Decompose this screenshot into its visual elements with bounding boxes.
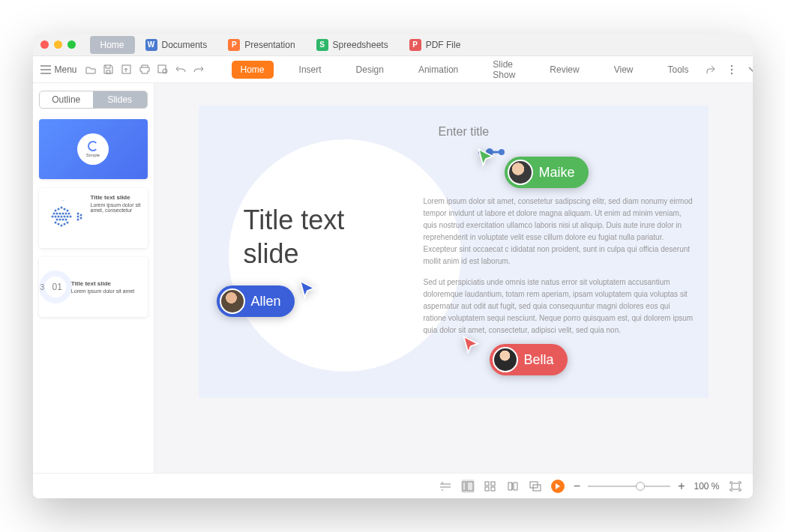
open-icon[interactable] — [85, 64, 97, 75]
more-icon[interactable] — [726, 64, 738, 75]
save-icon[interactable] — [103, 64, 115, 75]
canvas-area[interactable]: Title text slide Enter title Lorem ipsum… — [154, 83, 753, 473]
slide-number: 3 — [40, 283, 45, 291]
preview-icon[interactable] — [157, 64, 169, 75]
zoom-value[interactable]: 100 % — [694, 481, 719, 492]
presenter-view-icon[interactable] — [529, 480, 542, 493]
collab-name: Maike — [539, 165, 575, 181]
svg-point-32 — [64, 219, 67, 221]
tab-home[interactable]: Home — [90, 36, 135, 54]
slide-thumbnail-1[interactable]: Simple — [39, 119, 148, 179]
avatar — [220, 288, 245, 314]
thumb-label: Simple — [86, 153, 100, 157]
ribbon-tools[interactable]: Tools — [658, 61, 697, 79]
zoom-out-button[interactable]: − — [574, 480, 580, 493]
tab-label: Home — [100, 40, 124, 50]
svg-point-17 — [51, 216, 53, 218]
svg-point-16 — [67, 213, 70, 215]
window-maximize-icon[interactable] — [67, 40, 76, 49]
svg-point-30 — [58, 219, 61, 221]
svg-rect-45 — [491, 482, 495, 486]
svg-point-8 — [60, 207, 62, 209]
svg-point-23 — [69, 216, 71, 218]
slide-title-text[interactable]: Title text slide — [244, 203, 345, 270]
avatar — [493, 347, 518, 372]
content-area: Outline Slides Simple — [33, 83, 753, 473]
zoom-slider[interactable] — [588, 486, 670, 487]
titlebar: Home WDocuments PPresentation SSpreedshe… — [33, 34, 753, 56]
thumb-para: Lorem ipsum dolor sit amet — [71, 288, 134, 294]
share-icon[interactable] — [705, 64, 717, 75]
zoom-handle[interactable] — [636, 482, 645, 491]
svg-point-20 — [60, 216, 62, 218]
logo-circle: Simple — [77, 133, 109, 165]
ribbon-design[interactable]: Design — [347, 61, 393, 79]
svg-point-7 — [57, 208, 59, 211]
ribbon-insert[interactable]: Insert — [290, 61, 331, 79]
hamburger-icon — [40, 65, 51, 74]
zoom-in-button[interactable]: + — [678, 480, 685, 493]
zoom-control: − + — [574, 480, 685, 493]
slides-view-button[interactable]: Slides — [93, 91, 147, 108]
collab-cursor-bella: Bella — [461, 315, 568, 375]
svg-point-12 — [55, 213, 58, 215]
thumb-number: 01 — [52, 282, 62, 292]
ribbon-view[interactable]: View — [605, 61, 643, 79]
collab-label: Allen — [217, 285, 295, 317]
fit-view-icon[interactable] — [729, 480, 742, 493]
pdf-icon: P — [409, 39, 421, 51]
collapse-icon[interactable] — [747, 64, 752, 75]
reading-view-icon[interactable] — [506, 480, 520, 493]
statusbar: − + 100 % — [33, 473, 753, 498]
window-minimize-icon[interactable] — [54, 40, 62, 49]
svg-point-14 — [61, 213, 64, 215]
svg-point-26 — [60, 225, 62, 227]
tab-label: Documents — [162, 40, 208, 50]
print-icon[interactable] — [139, 64, 151, 75]
paragraph-1: Lorem ipsum dolor sit amet, consetetur s… — [424, 196, 694, 267]
svg-point-13 — [58, 213, 61, 215]
tab-presentation[interactable]: PPresentation — [217, 36, 305, 54]
ribbon-slideshow[interactable]: Slide Show — [484, 55, 524, 84]
tab-spreadsheets[interactable]: SSpreedsheets — [306, 36, 399, 54]
tab-documents[interactable]: WDocuments — [135, 36, 218, 54]
svg-point-24 — [54, 222, 56, 224]
outline-view-button[interactable]: Outline — [40, 91, 94, 108]
svg-point-34 — [79, 214, 82, 217]
svg-rect-46 — [485, 487, 489, 491]
thumb-text: Title text slide Lorem ipsum dolor sit a… — [71, 280, 134, 294]
collab-name: Allen — [251, 294, 281, 309]
undo-icon[interactable] — [175, 64, 187, 75]
svg-rect-47 — [491, 487, 495, 491]
svg-point-11 — [52, 213, 55, 215]
svg-point-35 — [76, 216, 79, 218]
ribbon-animation[interactable]: Animation — [409, 61, 467, 79]
slide-thumbnail-3[interactable]: 3 01 Title text slide Lorem ipsum dolor … — [39, 257, 148, 317]
window-close-icon[interactable] — [40, 40, 49, 49]
normal-view-icon[interactable] — [461, 480, 475, 493]
notes-view-icon[interactable] — [439, 480, 452, 493]
slide-thumbnail-2[interactable]: → Title text slide Lorem ipsum dolor sit… — [39, 188, 148, 248]
play-slideshow-button[interactable] — [551, 480, 565, 493]
svg-point-9 — [63, 208, 65, 211]
redo-icon[interactable] — [193, 64, 205, 75]
svg-point-6 — [54, 210, 56, 212]
svg-point-22 — [66, 216, 68, 218]
word-icon: W — [145, 39, 157, 51]
svg-point-19 — [57, 216, 59, 218]
export-icon[interactable] — [121, 64, 133, 75]
ribbon-review[interactable]: Review — [541, 61, 588, 79]
spreadsheet-icon: S — [316, 39, 328, 51]
sorter-view-icon[interactable] — [484, 480, 497, 493]
svg-point-27 — [63, 223, 65, 226]
svg-text:→: → — [61, 199, 64, 202]
cursor-icon — [461, 335, 482, 356]
thumb-title: Title text slide — [91, 194, 142, 201]
menu-button[interactable]: Menu — [40, 64, 77, 75]
ribbon-home[interactable]: Home — [232, 61, 274, 79]
thumb-text: Title text slide Lorem ipsum dolor sit a… — [91, 194, 142, 242]
cursor-icon — [298, 279, 319, 300]
tab-pdf[interactable]: PPDF File — [399, 36, 472, 54]
svg-point-33 — [76, 213, 79, 215]
current-slide[interactable]: Title text slide Enter title Lorem ipsum… — [199, 106, 709, 398]
